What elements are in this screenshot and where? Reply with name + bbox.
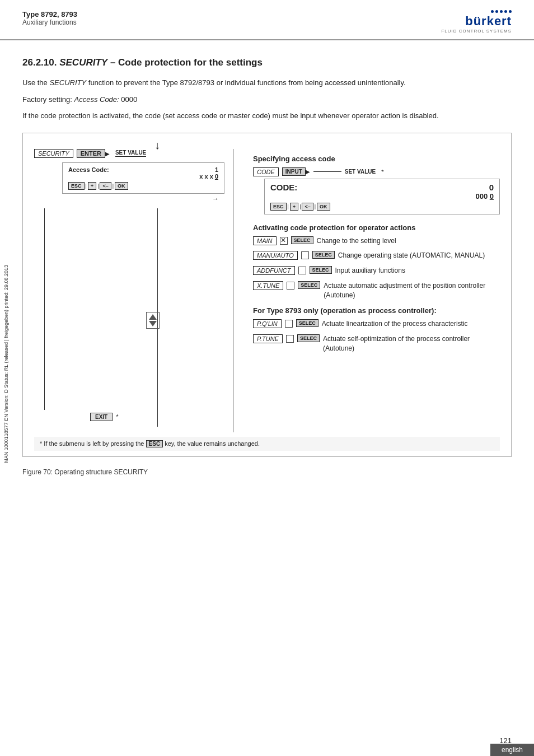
header-sub: Auxiliary functions (22, 18, 77, 26)
addfunct-checkbox[interactable] (298, 267, 306, 274)
btn-sep2: | (97, 183, 99, 189)
btn-plus[interactable]: + (88, 182, 96, 190)
addfunct-text: Input auxiliary functions (335, 266, 500, 276)
access-code-box: Access Code: 1 x x x 0 ESC | + | <– (62, 162, 224, 194)
header-left: Type 8792, 8793 Auxiliary functions (22, 10, 77, 26)
btn-esc2[interactable]: ESC (270, 203, 287, 211)
triangle-area (146, 312, 160, 329)
btn-sep3: | (113, 183, 114, 189)
btn-ok2[interactable]: OK (317, 203, 330, 211)
ac-cursor: 0 (215, 173, 218, 180)
diagram-left: SECURITY ENTER▶ SET VALUE Access Code: 1 (34, 149, 224, 432)
factory-label: Factory setting: (22, 95, 74, 104)
footer-lang: english (490, 744, 534, 756)
main-selec[interactable]: SELEC (291, 236, 313, 244)
manu-label: MANU/AUTO (253, 251, 298, 260)
xtune-label: X.TUNE (253, 281, 283, 290)
section-number: 26.2.10. (22, 57, 57, 68)
section-divider (233, 149, 233, 432)
enter-box: ENTER▶ (77, 149, 110, 158)
footnote-end: key, the value remains unchanged. (165, 440, 260, 447)
code-box: CODE (253, 167, 279, 176)
ptune-text: Actuate self-optimization of the process… (323, 334, 500, 353)
addfunct-label: ADDFUNCT (253, 266, 295, 275)
ac-arrow-right: → (62, 195, 224, 203)
set-value-top-container: SET VALUE (115, 150, 146, 157)
cs-code-line: CODE: 0 (270, 183, 494, 192)
btn-ok[interactable]: OK (115, 182, 128, 190)
set-value-right-label: SET VALUE (345, 169, 376, 175)
addfunct-row: ADDFUNCT SELEC Input auxiliary functions (253, 266, 500, 276)
body-para2: If the code protection is activated, the… (22, 110, 512, 122)
ptune-selec[interactable]: SELEC (297, 334, 320, 342)
btn-plus2[interactable]: + (290, 203, 298, 211)
xtune-selec[interactable]: SELEC (298, 281, 320, 289)
manu-row: MANU/AUTO SELEC Change operating state (… (253, 251, 500, 260)
xtune-row: X.TUNE SELEC Actuate automatic adjustmen… (253, 281, 500, 300)
sep1: | (288, 204, 289, 209)
access-code-area: Access Code: 1 x x x 0 ESC | + | <– (62, 162, 224, 203)
ptune-row: P.TUNE SELEC Actuate self-optimization o… (253, 334, 500, 353)
manu-selec[interactable]: SELEC (312, 251, 335, 259)
exit-area: EXIT * (90, 413, 119, 421)
ac-mask: x x x (199, 173, 213, 180)
btn-back[interactable]: <– (100, 182, 111, 190)
ac-label: Access Code: (68, 166, 109, 173)
cs-cursor: 0 (490, 192, 494, 200)
ac-line1: Access Code: 1 (68, 166, 218, 173)
btn-sep1: | (86, 183, 87, 189)
burkert-logo: bürkert (465, 14, 512, 29)
set-value-top-label: SET VALUE (115, 150, 146, 157)
exit-btn[interactable]: EXIT (90, 413, 113, 421)
pqlin-row: P.Q'LIN SELEC Actuate linearization of t… (253, 319, 500, 329)
v-line-left (44, 208, 45, 410)
triangle-up-icon (149, 314, 157, 320)
page-header: Type 8792, 8793 Auxiliary functions bürk… (0, 0, 534, 40)
diagram-box: ↓ SECURITY ENTER▶ SET VALUE (22, 133, 512, 457)
xtune-text: Actuate automatic adjustment of the posi… (324, 281, 500, 300)
factory-italic: Access Code: (74, 95, 119, 104)
addfunct-selec[interactable]: SELEC (310, 266, 332, 274)
security-box: SECURITY (34, 149, 73, 158)
diagram-right: Specifying access code CODE INPUT▶ SET V… (242, 149, 500, 432)
sep2: | (299, 204, 301, 209)
xtune-checkbox[interactable] (287, 282, 294, 290)
logo-area: bürkert FLUID CONTROL SYSTEMS (441, 10, 512, 34)
code-arrow: INPUT▶ (282, 167, 310, 176)
cs-buttons: ESC | + | <– | OK (270, 203, 494, 211)
btn-esc[interactable]: ESC (68, 182, 85, 190)
manu-text: Change operating state (AUTOMATIC, MANUA… (338, 251, 500, 260)
section-title-italic: SECURITY (59, 57, 107, 68)
ptune-label: P.TUNE (253, 334, 283, 343)
code-flow-row: CODE INPUT▶ SET VALUE * (253, 167, 500, 176)
esc-inline: ESC (146, 440, 163, 447)
pqlin-selec[interactable]: SELEC (296, 319, 318, 327)
footnote-box: * If the submenu is left by pressing the… (34, 437, 500, 451)
specifying-title: Specifying access code (253, 155, 500, 163)
factory-setting: Factory setting: Access Code: 0000 (22, 94, 512, 105)
section-title: 26.2.10. SECURITY – Code protection for … (22, 57, 512, 68)
btn-back2[interactable]: <– (302, 203, 313, 211)
diagram-inner: SECURITY ENTER▶ SET VALUE Access Code: 1 (34, 149, 500, 432)
factory-value: 0000 (119, 95, 138, 104)
body-para1: Use the SECURITY function to prevent the… (22, 77, 512, 88)
type8793-title: For Type 8793 only (operation as process… (253, 306, 500, 315)
pqlin-checkbox[interactable] (285, 320, 293, 328)
ac-buttons: ESC | + | <– | OK (68, 182, 218, 190)
logo-dots (491, 10, 512, 13)
activating-title: Activating code protection for operator … (253, 223, 500, 232)
sidebar-label: MAN 1000118577 EN Version: D Status: RL … (3, 265, 9, 463)
triangle-control[interactable] (146, 312, 160, 329)
main-text: Change to the setting level (317, 236, 500, 246)
ac-value: 1 (215, 166, 218, 173)
main-label: MAIN (253, 236, 277, 245)
cs-code-label: CODE: (270, 183, 297, 192)
manu-checkbox[interactable] (301, 251, 309, 259)
main-row: MAIN SELEC Change to the setting level (253, 236, 500, 246)
main-checkbox[interactable] (280, 237, 288, 245)
set-value-line-right (313, 171, 341, 172)
cs-mask: 000 (475, 192, 488, 200)
ptune-checkbox[interactable] (286, 335, 294, 343)
header-type: Type 8792, 8793 (22, 10, 77, 18)
logo-tagline: FLUID CONTROL SYSTEMS (441, 29, 512, 34)
